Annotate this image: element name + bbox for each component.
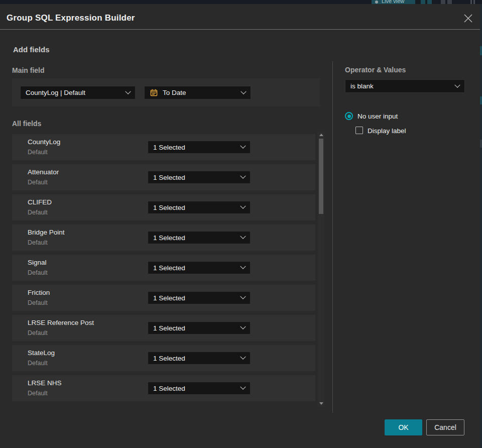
display-label-label: Display label xyxy=(368,127,406,135)
field-selected-value: 1 Selected xyxy=(153,174,185,181)
field-type: Default xyxy=(28,209,48,216)
main-field-label: Main field xyxy=(12,66,45,74)
field-selected-dropdown[interactable]: 1 Selected xyxy=(148,171,251,184)
field-selected-dropdown[interactable]: 1 Selected xyxy=(148,321,251,334)
live-view-dot-icon xyxy=(375,1,378,4)
field-row: Attenuator Default 1 Selected xyxy=(12,164,315,190)
chevron-down-icon xyxy=(125,88,131,94)
field-name: Attenuator xyxy=(28,168,59,176)
field-selected-value: 1 Selected xyxy=(153,204,185,211)
scrollbar-thumb[interactable] xyxy=(319,139,323,214)
field-name: LRSE Reference Post xyxy=(28,319,94,326)
calendar-icon xyxy=(150,88,158,97)
field-type: Default xyxy=(28,329,48,337)
field-type: Default xyxy=(28,239,48,246)
all-fields-label: All fields xyxy=(12,120,41,128)
field-name: StateLog xyxy=(28,349,55,357)
chevron-down-icon xyxy=(240,143,246,149)
background-toolbar-strip: Live view xyxy=(0,0,482,4)
chevron-down-icon xyxy=(240,234,246,239)
field-selected-dropdown[interactable]: 1 Selected xyxy=(148,141,251,154)
field-type: Default xyxy=(28,179,48,186)
header-divider xyxy=(0,29,480,30)
field-type: Default xyxy=(28,149,48,156)
live-view-toggle[interactable]: Live view xyxy=(372,0,415,4)
field-selected-dropdown[interactable]: 1 Selected xyxy=(148,352,251,365)
edge-gray-segment xyxy=(480,140,482,148)
field-selected-value: 1 Selected xyxy=(153,355,185,362)
field-selected-value: 1 Selected xyxy=(153,385,185,392)
field-type: Default xyxy=(28,360,48,367)
display-label-checkbox[interactable] xyxy=(355,127,363,134)
toolbar-button-icon[interactable] xyxy=(447,0,452,4)
no-user-input-radio[interactable] xyxy=(345,112,353,120)
chevron-down-icon xyxy=(240,324,246,329)
toolbar-button-icon[interactable] xyxy=(427,0,432,4)
ok-button[interactable]: OK xyxy=(385,419,422,435)
scroll-down-icon[interactable] xyxy=(319,402,323,405)
field-row: Signal Default 1 Selected xyxy=(12,255,315,281)
field-name: Bridge Point xyxy=(28,229,65,236)
field-row: CLIFED Default 1 Selected xyxy=(12,194,315,220)
edge-teal-segment xyxy=(480,96,482,104)
main-field-date-dropdown[interactable]: To Date xyxy=(144,86,251,99)
field-name: Friction xyxy=(28,289,50,296)
field-row: Bridge Point Default 1 Selected xyxy=(12,225,315,251)
no-user-input-label: No user input xyxy=(357,113,398,120)
list-scrollbar[interactable] xyxy=(318,132,324,407)
field-selected-dropdown[interactable]: 1 Selected xyxy=(148,231,251,244)
field-selected-dropdown[interactable]: 1 Selected xyxy=(148,382,251,395)
field-selected-dropdown[interactable]: 1 Selected xyxy=(148,291,251,304)
main-field-date-value: To Date xyxy=(163,89,186,96)
edge-teal-segment xyxy=(480,46,482,55)
field-selected-value: 1 Selected xyxy=(153,264,185,272)
field-type: Default xyxy=(28,299,48,306)
chevron-down-icon xyxy=(240,264,246,269)
toolbar-button-icon[interactable] xyxy=(470,0,472,4)
field-selected-value: 1 Selected xyxy=(153,324,185,332)
group-sql-expression-builder-dialog: Group SQL Expression Builder Add fields … xyxy=(0,4,480,448)
all-fields-list: CountyLog Default 1 Selected Attenuator … xyxy=(12,134,315,405)
field-row: StateLog Default 1 Selected xyxy=(12,345,315,371)
dialog-title: Group SQL Expression Builder xyxy=(7,13,135,23)
field-name: CLIFED xyxy=(28,198,52,206)
main-field-source-value: CountyLog | Default xyxy=(26,89,85,96)
chevron-down-icon xyxy=(240,173,246,179)
field-name: CountyLog xyxy=(28,138,60,146)
field-selected-dropdown[interactable]: 1 Selected xyxy=(148,201,251,214)
field-selected-dropdown[interactable]: 1 Selected xyxy=(148,261,251,274)
live-view-label: Live view xyxy=(382,0,404,4)
field-row: CountyLog Default 1 Selected xyxy=(12,134,315,160)
operator-values-label: Operator & Values xyxy=(345,66,406,74)
chevron-down-icon xyxy=(454,82,460,87)
chevron-down-icon xyxy=(240,294,246,299)
operator-value: is blank xyxy=(350,82,374,90)
operator-dropdown[interactable]: is blank xyxy=(345,79,465,93)
field-selected-value: 1 Selected xyxy=(153,144,185,151)
section-divider xyxy=(332,61,333,413)
cancel-button[interactable]: Cancel xyxy=(426,419,464,435)
screen: Live view Group SQL Expression Builder A… xyxy=(0,0,482,448)
field-name: LRSE NHS xyxy=(28,379,62,387)
field-selected-value: 1 Selected xyxy=(153,294,185,302)
field-row: LRSE Reference Post Default 1 Selected xyxy=(12,315,315,341)
field-type: Default xyxy=(28,390,48,397)
main-field-panel: CountyLog | Default To Date xyxy=(12,78,320,106)
chevron-down-icon xyxy=(240,203,246,209)
background-edge-strip xyxy=(480,4,482,448)
field-row: LRSE NHS Default 1 Selected xyxy=(12,375,315,401)
add-fields-heading: Add fields xyxy=(13,45,50,54)
toolbar-button-icon[interactable] xyxy=(421,0,425,4)
field-row: Friction Default 1 Selected xyxy=(12,285,315,311)
chevron-down-icon xyxy=(240,354,246,360)
toolbar-button-icon[interactable] xyxy=(473,0,475,4)
chevron-down-icon xyxy=(240,384,246,390)
main-field-source-dropdown[interactable]: CountyLog | Default xyxy=(20,86,136,99)
scroll-up-icon[interactable] xyxy=(319,134,323,136)
toolbar-button-icon[interactable] xyxy=(441,0,445,4)
chevron-down-icon xyxy=(240,88,246,94)
field-name: Signal xyxy=(28,259,47,266)
field-selected-value: 1 Selected xyxy=(153,234,185,242)
close-icon[interactable] xyxy=(463,13,473,24)
field-type: Default xyxy=(28,269,48,276)
